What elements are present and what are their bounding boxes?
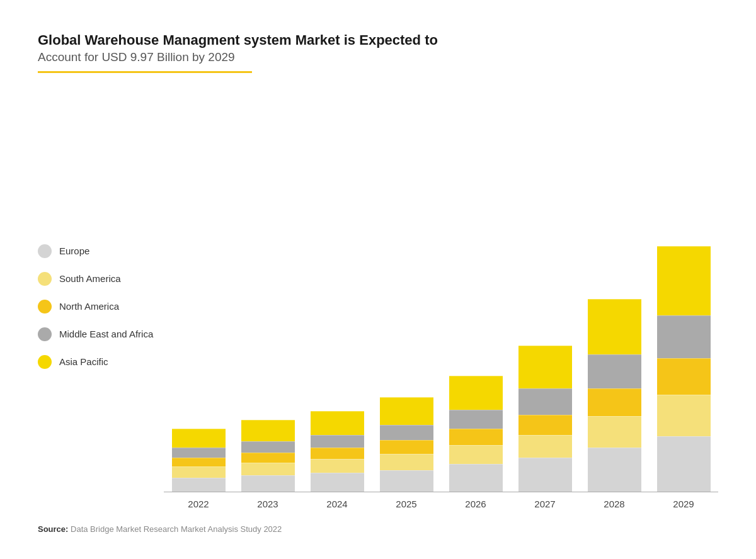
bar-segment-south_america bbox=[449, 445, 503, 464]
bar-segment-asia_pacific bbox=[241, 420, 295, 441]
legend-label: Middle East and Africa bbox=[59, 329, 153, 339]
bar-group bbox=[580, 299, 649, 492]
chart-area: Europe South America North America Middl… bbox=[38, 91, 718, 509]
bar-segment-north_america bbox=[380, 440, 433, 454]
bar-segment-asia_pacific bbox=[172, 429, 226, 448]
bar-group bbox=[441, 376, 510, 492]
bar-stack bbox=[380, 397, 433, 492]
legend-label: South America bbox=[59, 273, 121, 284]
legend-label: Asia Pacific bbox=[59, 356, 108, 367]
bar-segment-middle_east bbox=[241, 441, 295, 453]
source-label: Source: bbox=[38, 524, 68, 534]
bar-group bbox=[510, 346, 580, 492]
legend: Europe South America North America Middl… bbox=[38, 91, 164, 509]
x-axis-label: 2022 bbox=[164, 499, 233, 509]
legend-dot bbox=[38, 327, 52, 341]
bar-segment-europe bbox=[657, 436, 711, 492]
bar-segment-middle_east bbox=[311, 435, 364, 448]
source-text: Data Bridge Market Research Market Analy… bbox=[71, 524, 282, 534]
bar-stack bbox=[311, 411, 364, 492]
bar-segment-asia_pacific bbox=[449, 376, 503, 410]
bar-segment-south_america bbox=[172, 466, 226, 478]
legend-item: South America bbox=[38, 272, 164, 286]
bar-group bbox=[233, 420, 302, 492]
legend-dot bbox=[38, 244, 52, 258]
bar-segment-north_america bbox=[241, 453, 295, 463]
legend-label: North America bbox=[59, 301, 119, 312]
bar-segment-europe bbox=[172, 478, 226, 492]
bar-segment-north_america bbox=[657, 358, 711, 395]
bar-segment-middle_east bbox=[657, 315, 711, 358]
chart-wrapper: 20222023202420252026202720282029 bbox=[164, 91, 718, 509]
bar-stack bbox=[518, 346, 572, 492]
legend-item: Middle East and Africa bbox=[38, 327, 164, 341]
chart-title-line1: Global Warehouse Managment system Market… bbox=[38, 31, 718, 50]
x-axis-label: 2024 bbox=[302, 499, 372, 509]
legend-label: Europe bbox=[59, 246, 89, 256]
bar-segment-europe bbox=[588, 448, 641, 492]
bar-stack bbox=[657, 246, 711, 492]
bar-segment-north_america bbox=[311, 448, 364, 459]
x-axis: 20222023202420252026202720282029 bbox=[164, 492, 718, 509]
bar-stack bbox=[172, 429, 226, 492]
bar-segment-north_america bbox=[588, 388, 641, 416]
bar-segment-south_america bbox=[657, 395, 711, 436]
bar-segment-asia_pacific bbox=[588, 299, 641, 354]
legend-item: North America bbox=[38, 300, 164, 313]
bar-segment-asia_pacific bbox=[657, 246, 711, 315]
x-axis-label: 2025 bbox=[372, 499, 441, 509]
bar-segment-europe bbox=[380, 470, 433, 492]
bars-area bbox=[164, 91, 718, 492]
bar-segment-south_america bbox=[380, 454, 433, 470]
bar-segment-middle_east bbox=[588, 354, 641, 388]
bar-segment-north_america bbox=[449, 429, 503, 445]
legend-dot bbox=[38, 272, 52, 286]
x-axis-label: 2026 bbox=[441, 499, 510, 509]
bar-stack bbox=[449, 376, 503, 492]
bar-segment-south_america bbox=[241, 463, 295, 475]
bar-segment-europe bbox=[241, 475, 295, 492]
legend-dot bbox=[38, 355, 52, 369]
x-axis-label: 2028 bbox=[580, 499, 649, 509]
bar-segment-south_america bbox=[588, 416, 641, 448]
x-axis-label: 2027 bbox=[510, 499, 580, 509]
bar-group bbox=[302, 411, 372, 492]
bar-segment-middle_east bbox=[449, 410, 503, 429]
legend-item: Europe bbox=[38, 244, 164, 258]
bar-segment-middle_east bbox=[172, 448, 226, 458]
bar-segment-south_america bbox=[311, 459, 364, 473]
title-section: Global Warehouse Managment system Market… bbox=[38, 31, 718, 86]
bar-stack bbox=[241, 420, 295, 492]
bar-segment-north_america bbox=[518, 415, 572, 435]
bar-segment-middle_east bbox=[380, 425, 433, 440]
legend-dot bbox=[38, 300, 52, 313]
bar-segment-south_america bbox=[518, 435, 572, 458]
bar-segment-europe bbox=[311, 473, 364, 492]
bar-segment-asia_pacific bbox=[380, 397, 433, 425]
bar-segment-north_america bbox=[172, 458, 226, 466]
source-line: Source: Data Bridge Market Research Mark… bbox=[38, 524, 718, 534]
bar-segment-middle_east bbox=[518, 388, 572, 415]
bar-group bbox=[372, 397, 441, 492]
bar-group bbox=[164, 429, 233, 492]
bar-segment-asia_pacific bbox=[518, 346, 572, 388]
x-axis-label: 2023 bbox=[233, 499, 302, 509]
bar-segment-europe bbox=[518, 458, 572, 492]
page-container: Global Warehouse Managment system Market… bbox=[0, 0, 756, 559]
bar-stack bbox=[588, 299, 641, 492]
title-underline bbox=[38, 71, 252, 73]
legend-item: Asia Pacific bbox=[38, 355, 164, 369]
bar-segment-asia_pacific bbox=[311, 411, 364, 435]
bar-group bbox=[649, 246, 718, 492]
x-axis-label: 2029 bbox=[649, 499, 718, 509]
bar-segment-europe bbox=[449, 464, 503, 492]
chart-title-line2: Account for USD 9.97 Billion by 2029 bbox=[38, 50, 718, 65]
